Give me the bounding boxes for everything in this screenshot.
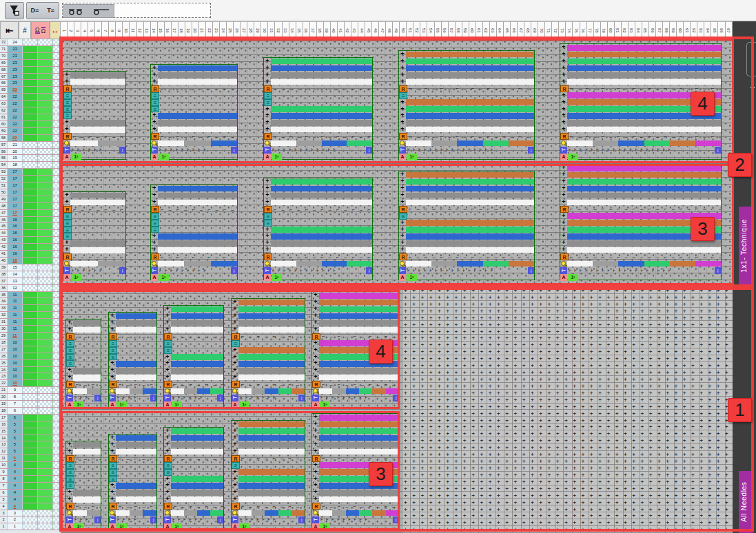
row-index-item[interactable]: 6823 <box>0 67 61 74</box>
ruler-cell[interactable]: 80 <box>608 21 615 39</box>
ruler-cell[interactable]: 45 <box>365 21 372 39</box>
pattern-module[interactable]: +++R⌐ – ⌐ – ⌐ – ≡≡≡+++R⌐ – ⌐ – ⌐ – ⊢⊦⊦⊦⊦… <box>108 312 157 408</box>
row-index-item[interactable]: 3411 <box>0 298 61 305</box>
ruler-cell[interactable]: 25 <box>227 21 234 39</box>
ruler-cell[interactable]: 19 <box>185 21 192 39</box>
ruler-cell[interactable]: 73 <box>559 21 566 39</box>
row-index-item[interactable]: 7023 <box>0 53 61 60</box>
ruler-cell[interactable]: 47 <box>379 21 386 39</box>
row-index-item[interactable]: 115 <box>0 455 61 462</box>
row-index-item[interactable]: 3511 <box>0 292 61 299</box>
pattern-filter-button[interactable] <box>5 2 24 19</box>
row-index-item[interactable]: 5317 <box>0 169 61 176</box>
ruler-cell[interactable]: 54 <box>427 21 434 39</box>
ruler-cell[interactable]: 32 <box>275 21 282 39</box>
ruler-cell[interactable]: 79 <box>601 21 608 39</box>
row-index-item[interactable]: 6222 <box>0 107 61 114</box>
ruler-cell[interactable]: 1 <box>61 21 68 39</box>
ruler-cell[interactable]: 38 <box>317 21 324 39</box>
ruler-cell[interactable]: 42 <box>345 21 351 39</box>
row-index-item[interactable]: 219 <box>0 387 61 394</box>
ruler-cell[interactable]: 62 <box>483 21 490 39</box>
goto-start-icon[interactable]: ⇤ <box>0 21 19 39</box>
ruler-cell[interactable]: 57 <box>449 21 456 39</box>
ruler-cell[interactable]: 89 <box>670 21 677 39</box>
ruler-cell[interactable]: 94 <box>704 21 711 39</box>
ruler-cell[interactable]: 9 <box>116 21 123 39</box>
ruler-cell[interactable]: 91 <box>684 21 691 39</box>
ruler-cell[interactable]: 71 <box>545 21 552 39</box>
ruler-cell[interactable]: 53 <box>420 21 427 39</box>
ruler-cell[interactable]: 93 <box>697 21 704 39</box>
row-index-item[interactable]: 7123 <box>0 46 61 53</box>
row-index-item[interactable]: 5519 <box>0 155 61 162</box>
row-index-item[interactable]: 2310 <box>0 373 61 380</box>
pattern-module[interactable]: +++++R⌐ – ⌐ – ⌐ – ⌐ – ⌐ – ⌐ – ≡+++++R⌐ –… <box>231 420 305 530</box>
row-index-item[interactable]: 5822 <box>0 135 61 142</box>
ruler-cell[interactable]: 24 <box>220 21 227 39</box>
ruler-cell[interactable]: 86 <box>649 21 656 39</box>
row-index-item[interactable]: 4016 <box>0 258 61 264</box>
ruler-cell[interactable]: 5 <box>88 21 95 39</box>
double-hook-needles-button[interactable] <box>68 7 85 16</box>
row-index-item[interactable]: 5117 <box>0 182 61 189</box>
row-index-item[interactable]: 6623 <box>0 80 61 87</box>
ruler-cell[interactable]: 34 <box>289 21 296 39</box>
ruler-cell[interactable]: 18 <box>178 21 185 39</box>
ruler-cell[interactable]: 51 <box>407 21 413 39</box>
ruler-cell[interactable]: 41 <box>338 21 345 39</box>
row-index-item[interactable]: 3011 <box>0 326 61 333</box>
ruler-cell[interactable]: 95 <box>711 21 718 39</box>
row-index-item[interactable]: 5620 <box>0 149 61 156</box>
row-index-item[interactable]: 94 <box>0 469 61 476</box>
row-index-item[interactable]: 3211 <box>0 312 61 319</box>
pattern-module[interactable]: ++++R⌐ – ⌐ – ⌐ – ⌐ – ⌐ – ⌐ – ⌐ – ⌐ – ⌐ –… <box>263 57 373 160</box>
row-index-item[interactable]: 155 <box>0 428 61 435</box>
ruler-cell[interactable]: 27 <box>241 21 247 39</box>
ruler-cell[interactable]: 76 <box>580 21 587 39</box>
row-index-item[interactable]: 22 <box>0 516 61 523</box>
ruler-cell[interactable]: 26 <box>234 21 241 39</box>
pattern-module[interactable]: ++++R⌐ – ⌐ – ⌐ – ⌐ – ⌐ – ≡≡++++R⌐ – ⌐ – … <box>163 305 224 408</box>
row-index-item[interactable]: 6322 <box>0 101 61 107</box>
pattern-module[interactable]: ++R⌐ – ⌐ – ≡≡≡≡++R⌐ – ⌐ – ⊢⊦⊦⊦↨A1ˢ <box>65 319 101 408</box>
row-index-item[interactable]: 33 <box>0 510 61 517</box>
row-index-item[interactable]: 208 <box>0 394 61 401</box>
ruler-cell[interactable]: 33 <box>283 21 289 39</box>
stitch-loops-icon[interactable]: Ω Ω <box>31 21 50 39</box>
column-ruler[interactable]: 1234567891011121314151617181920212223242… <box>61 21 733 39</box>
ruler-cell[interactable]: 36 <box>303 21 310 39</box>
row-index-item[interactable]: 145 <box>0 435 61 442</box>
ruler-cell[interactable]: 75 <box>573 21 580 39</box>
ruler-cell[interactable]: 77 <box>587 21 594 39</box>
ruler-cell[interactable]: 46 <box>372 21 379 39</box>
single-hook-needle-button[interactable] <box>92 7 110 16</box>
row-index-item[interactable]: 2911 <box>0 333 61 339</box>
row-index-item[interactable]: 64 <box>0 490 61 497</box>
ruler-cell[interactable]: 50 <box>400 21 407 39</box>
ruler-cell[interactable]: 52 <box>413 21 420 39</box>
row-number-icon[interactable]: # <box>19 21 31 39</box>
row-index-item[interactable]: 6122 <box>0 114 61 121</box>
pattern-grid[interactable]: +++++++++++++++++++++++++++++++++++++++ … <box>61 39 733 533</box>
row-index-item[interactable]: 2810 <box>0 339 61 346</box>
row-index-item[interactable]: 6523 <box>0 87 61 94</box>
ruler-cell[interactable]: 81 <box>615 21 622 39</box>
row-index-item[interactable]: 4516 <box>0 223 61 230</box>
row-index-item[interactable]: 175 <box>0 415 61 421</box>
row-index-item[interactable]: 2710 <box>0 346 61 353</box>
ruler-cell[interactable]: 23 <box>213 21 220 39</box>
row-index-item[interactable]: 5017 <box>0 189 61 196</box>
row-index-item[interactable]: 125 <box>0 448 61 455</box>
pattern-module[interactable]: +++++R⌐ – ⌐ – ⌐ – ⌐ – ⌐ – ⌐ – ⌐ – ⌐ – ⌐ … <box>398 171 535 280</box>
ruler-cell[interactable]: 82 <box>622 21 629 39</box>
row-index-item[interactable]: 6022 <box>0 121 61 128</box>
ruler-cell[interactable]: 13 <box>144 21 151 39</box>
pattern-module[interactable]: +++R⌐ – ⌐ – ⌐ – ⌐ – ⌐ – ⌐ – ⌐ – ≡≡≡+++R⌐… <box>150 185 238 280</box>
ruler-cell[interactable]: 83 <box>629 21 635 39</box>
ruler-cell[interactable]: 11 <box>130 21 136 39</box>
pattern-module[interactable]: +++++R⌐ – ⌐ – ⌐ – ⌐ – ⌐ – ⌐ – ≡+++++R⌐ –… <box>231 298 305 408</box>
row-index-item[interactable]: 44 <box>0 503 61 510</box>
row-index-item[interactable]: 3111 <box>0 319 61 326</box>
ruler-cell[interactable]: 49 <box>393 21 400 39</box>
